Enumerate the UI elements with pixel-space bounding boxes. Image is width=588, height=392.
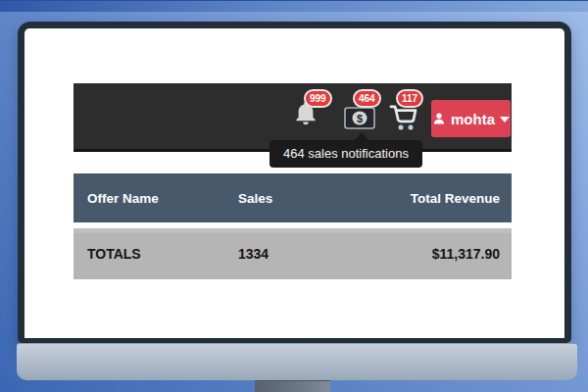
totals-sales-cell: 1334 (238, 246, 365, 262)
cart-badge[interactable]: 117 (396, 89, 423, 108)
totals-table-row: TOTALS 1334 $11,317.90 (74, 228, 512, 279)
user-menu-button[interactable]: mohta (431, 100, 511, 137)
table-header-row: Offer Name Sales Total Revenue (74, 173, 512, 222)
background-floor (0, 0, 588, 12)
sales-badge[interactable]: 464 (353, 89, 381, 108)
money-icon[interactable]: $ (344, 107, 375, 129)
column-header-total-revenue[interactable]: Total Revenue (365, 191, 512, 206)
bell-badge[interactable]: 999 (304, 89, 332, 108)
user-icon (432, 112, 446, 125)
monitor-chin (17, 343, 577, 380)
user-menu-label: mohta (451, 111, 495, 127)
monitor-bezel: 999 $ 464 117 (18, 22, 571, 343)
caret-down-icon (500, 117, 510, 122)
desktop-background: 999 $ 464 117 (0, 0, 588, 392)
monitor-stand (255, 380, 330, 392)
svg-text:$: $ (357, 113, 363, 124)
sales-notifications-tooltip: 464 sales notifications (270, 140, 422, 168)
totals-revenue-cell: $11,317.90 (365, 246, 512, 262)
column-header-sales[interactable]: Sales (238, 191, 365, 206)
totals-offer-name-cell: TOTALS (74, 246, 238, 262)
monitor-screen: 999 $ 464 117 (24, 28, 564, 338)
column-header-offer-name[interactable]: Offer Name (74, 191, 238, 206)
